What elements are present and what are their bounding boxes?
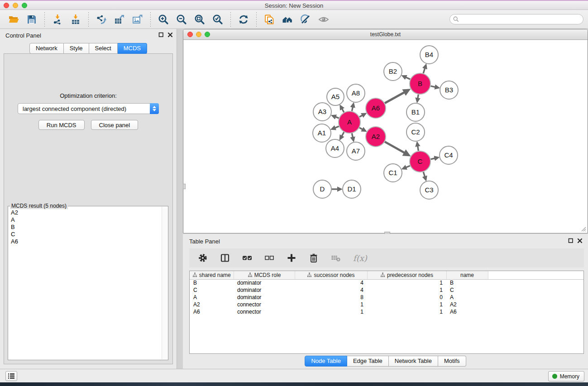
graph-node-B[interactable]: B <box>410 73 430 94</box>
table-cell[interactable]: 1 <box>367 279 446 286</box>
result-item[interactable]: A6 <box>11 238 161 245</box>
graph-edge-A-A6[interactable] <box>359 115 363 117</box>
graph-edge-B-B1[interactable] <box>418 95 418 98</box>
graph-node-A2[interactable]: A2 <box>366 127 386 147</box>
first-neighbors-button[interactable] <box>281 12 294 27</box>
table-cell[interactable]: A2 <box>190 301 234 308</box>
graph-node-B4[interactable]: B4 <box>420 46 438 64</box>
graph-node-C3[interactable]: C3 <box>420 181 438 199</box>
table-cell[interactable]: 0 <box>367 294 446 301</box>
float-panel-icon[interactable] <box>568 238 574 243</box>
tab-node-table[interactable]: Node Table <box>305 356 347 367</box>
graph-edge-A-A3[interactable] <box>335 117 339 118</box>
table-row[interactable]: Cdominator41C <box>190 286 583 294</box>
graph-edge-B-B4[interactable] <box>423 68 425 73</box>
delete-table-icon[interactable] <box>331 253 341 263</box>
tab-motifs[interactable]: Motifs <box>438 356 466 367</box>
graph-node-B1[interactable]: B1 <box>406 103 425 121</box>
tab-style[interactable]: Style <box>64 43 89 54</box>
graph-node-B3[interactable]: B3 <box>440 81 458 99</box>
table-cell[interactable]: connector <box>234 301 295 308</box>
import-network-button[interactable] <box>51 12 64 27</box>
graph-node-B2[interactable]: B2 <box>384 62 402 81</box>
table-cell[interactable]: 8 <box>295 294 367 301</box>
graph-edge-A2-C[interactable] <box>385 142 405 153</box>
table-settings-gear-icon[interactable] <box>198 253 208 263</box>
resize-grip-icon[interactable] <box>580 225 586 232</box>
save-session-button[interactable] <box>25 12 38 27</box>
export-table-button[interactable] <box>113 12 126 27</box>
column-header-shared-name[interactable]: shared name <box>190 271 234 279</box>
zoom-fit-button[interactable] <box>193 12 206 27</box>
table-cell[interactable]: A6 <box>446 308 488 315</box>
table-cell[interactable]: B <box>190 279 234 286</box>
table-cell[interactable]: dominator <box>234 294 295 301</box>
graph-edge-B-B3[interactable] <box>430 86 435 87</box>
result-scrollbar[interactable] <box>162 207 167 359</box>
run-mcds-button[interactable]: Run MCDS <box>38 120 85 130</box>
splitter-handle-left[interactable] <box>183 184 186 189</box>
show-column-icon[interactable] <box>220 253 230 263</box>
result-item[interactable]: A <box>11 216 161 224</box>
table-row[interactable]: A2connector11A2 <box>190 301 583 308</box>
table-cell[interactable]: A <box>190 294 234 301</box>
graph-edge-A-A2[interactable] <box>359 128 363 129</box>
close-panel-icon[interactable] <box>577 238 583 243</box>
table-cell[interactable]: 4 <box>295 286 367 294</box>
graph-edge-B-B2[interactable] <box>406 77 410 79</box>
table-cell[interactable]: 1 <box>367 286 446 294</box>
graph-node-C4[interactable]: C4 <box>440 146 458 164</box>
result-item[interactable]: B <box>11 224 161 231</box>
apply-layout-button[interactable] <box>237 12 250 27</box>
graph-edge-C-C4[interactable] <box>430 158 435 159</box>
table-cell[interactable]: dominator <box>234 286 295 294</box>
table-row[interactable]: Adominator80A <box>190 294 583 301</box>
graph-node-D[interactable]: D <box>313 180 331 198</box>
table-cell[interactable]: 1 <box>295 301 367 308</box>
network-window-titlebar[interactable]: testGlobe.txt <box>183 29 588 40</box>
graph-edge-A6-B[interactable] <box>385 92 404 103</box>
tab-network[interactable]: Network <box>29 43 64 54</box>
graphics-details-button[interactable] <box>299 12 312 27</box>
result-item[interactable]: A2 <box>11 209 161 216</box>
zoom-in-button[interactable] <box>157 12 170 27</box>
table-cell[interactable]: A2 <box>446 301 488 308</box>
memory-button[interactable]: Memory <box>548 371 584 381</box>
tab-select[interactable]: Select <box>89 43 118 54</box>
table-cell[interactable]: dominator <box>234 279 295 286</box>
table-cell[interactable]: 1 <box>367 308 446 315</box>
close-panel-button[interactable]: Close panel <box>91 120 139 130</box>
column-header-name[interactable]: name <box>446 271 488 279</box>
table-cell[interactable]: 1 <box>295 308 367 315</box>
zoom-out-button[interactable] <box>175 12 188 27</box>
float-panel-icon[interactable] <box>158 32 164 38</box>
graph-edge-A-A1[interactable] <box>335 126 339 128</box>
optimization-criterion-select[interactable]: largest connected component (directed) <box>18 103 159 114</box>
column-header-MCDS-role[interactable]: MCDS role <box>234 271 295 279</box>
graph-node-A8[interactable]: A8 <box>347 84 365 102</box>
graph-node-A1[interactable]: A1 <box>313 124 331 142</box>
table-cell[interactable]: connector <box>234 308 295 315</box>
graph-edge-A-A8[interactable] <box>352 107 353 111</box>
deselect-all-icon[interactable] <box>264 253 274 263</box>
graph-edge-C-C2[interactable] <box>418 146 419 151</box>
graph-edge-A-A4[interactable] <box>342 132 344 136</box>
table-cell[interactable]: A <box>446 294 488 301</box>
graph-node-A6[interactable]: A6 <box>366 98 386 118</box>
column-header-predecessor-nodes[interactable]: predecessor nodes <box>367 271 446 279</box>
graph-edge-C-C1[interactable] <box>406 166 410 167</box>
export-network-button[interactable] <box>95 12 108 27</box>
graph-node-A[interactable]: A <box>339 111 360 133</box>
graph-node-C[interactable]: C <box>410 151 430 172</box>
function-builder-icon[interactable]: f(x) <box>353 253 367 263</box>
table-row[interactable]: A6connector11A6 <box>190 308 583 315</box>
table-cell[interactable]: B <box>446 279 488 286</box>
graph-node-A5[interactable]: A5 <box>327 88 344 105</box>
graph-node-A4[interactable]: A4 <box>326 139 344 157</box>
search-input[interactable] <box>449 14 583 24</box>
close-panel-icon[interactable] <box>167 32 173 38</box>
tab-network-table[interactable]: Network Table <box>389 356 438 367</box>
select-all-icon[interactable] <box>242 253 252 263</box>
graph-node-A7[interactable]: A7 <box>347 142 365 160</box>
tab-edge-table[interactable]: Edge Table <box>347 356 389 367</box>
